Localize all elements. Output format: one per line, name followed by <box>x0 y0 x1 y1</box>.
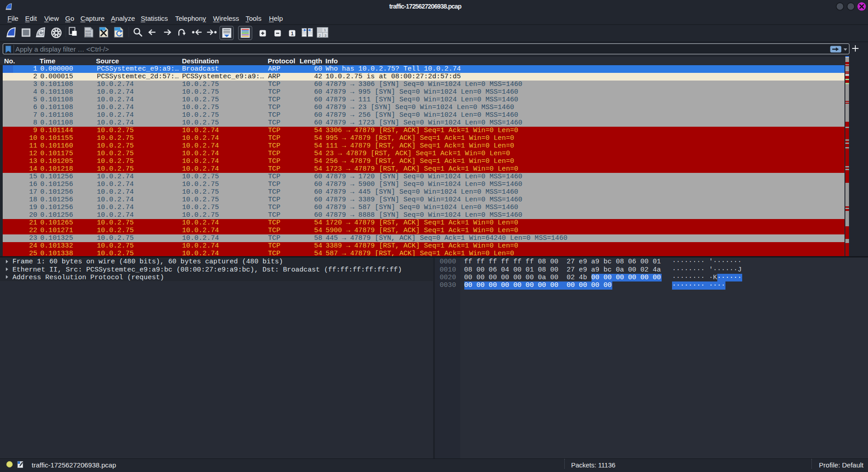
svg-text:2: 2 <box>319 33 320 38</box>
svg-text:3: 3 <box>324 33 326 38</box>
svg-text:0111: 0111 <box>86 35 91 38</box>
svg-text:1: 1 <box>291 31 294 36</box>
svg-text:1: 1 <box>324 28 326 32</box>
